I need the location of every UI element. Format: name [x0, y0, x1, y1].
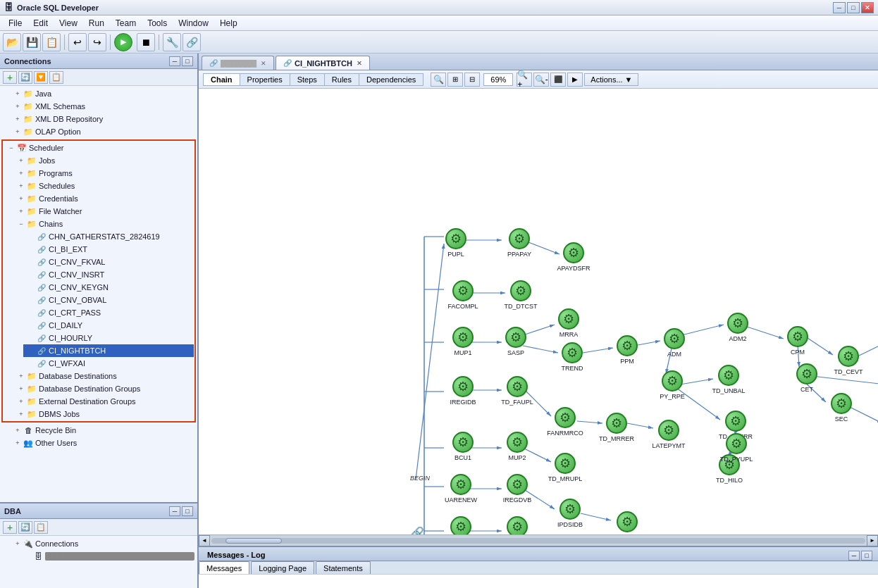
tree-item-ci-bi-ext[interactable]: 🔗 CI_BI_EXT: [23, 243, 194, 256]
scroll-track[interactable]: [211, 538, 865, 544]
node-mrra[interactable]: MRRA: [548, 308, 590, 338]
zoom-out-btn[interactable]: 🔍-: [533, 73, 549, 87]
tree-item-chn-gatherstats[interactable]: 🔗 CHN_GATHERSTATS_2824619: [23, 230, 194, 243]
messages-expand-btn[interactable]: □: [861, 551, 872, 561]
diagram-button-1[interactable]: ⊞: [447, 73, 463, 87]
node-facompl[interactable]: FACOMPL: [442, 280, 484, 310]
tree-item-credentials[interactable]: + 📁 Credentials: [13, 192, 194, 205]
tree-item-chains[interactable]: − 📁 Chains: [13, 218, 194, 230]
export-button[interactable]: 📋: [49, 71, 63, 84]
node-bcu2[interactable]: BCU2: [496, 516, 538, 534]
tree-item-ci-cnv-obval[interactable]: 🔗 CI_CNV_OBVAL: [23, 294, 194, 306]
chain-diagram[interactable]: BEGIN PUPL PPAPAY APAYDSFR: [199, 89, 878, 534]
messages-minimize-btn[interactable]: ─: [848, 551, 860, 561]
chain-tab-properties[interactable]: Properties: [240, 73, 290, 86]
horizontal-scrollbar[interactable]: ◄ ►: [199, 534, 878, 546]
refresh-button[interactable]: 🔄: [18, 71, 32, 84]
messages-tab-statements[interactable]: Statements: [316, 561, 371, 574]
tree-item-schedules[interactable]: + 📁 Schedules: [13, 180, 194, 192]
node-sasp[interactable]: SASP: [495, 327, 537, 356]
settings-button[interactable]: 🔧: [163, 33, 181, 51]
messages-tab-logging[interactable]: Logging Page: [251, 561, 314, 574]
node-adm2[interactable]: ADM2: [717, 313, 759, 342]
node-cet[interactable]: CET: [786, 363, 828, 393]
tree-item-ci-nightbtch[interactable]: 🔗 CI_NIGHTBTCH: [23, 344, 194, 357]
scroll-right-btn[interactable]: ►: [867, 535, 878, 546]
tab-close-icon[interactable]: ✕: [357, 60, 362, 67]
stop-button[interactable]: ⏹: [137, 33, 155, 51]
node-td-dtcst[interactable]: TD_DTCST: [500, 280, 542, 310]
menu-file[interactable]: File: [3, 17, 27, 30]
tab-ci-nightbtch[interactable]: 🔗 CI_NIGHTBTCH ✕: [276, 56, 370, 70]
tree-item-ci-cnv-keygn[interactable]: 🔗 CI_CNV_KEYGN: [23, 281, 194, 294]
undo-button[interactable]: ↩: [68, 33, 87, 51]
diagram-scroll[interactable]: BEGIN PUPL PPAPAY APAYDSFR: [199, 89, 878, 534]
zoom-in-button[interactable]: 🔍: [431, 73, 446, 87]
messages-tab-messages[interactable]: Messages: [199, 561, 249, 574]
node-apdl[interactable]: APDL: [440, 516, 482, 534]
zoom-in-btn[interactable]: 🔍+: [517, 73, 532, 87]
tab-close-icon[interactable]: ✕: [261, 60, 266, 67]
chain-tab-dependencies[interactable]: Dependencies: [359, 73, 423, 86]
tab-unnamed[interactable]: 🔗 ████████ ✕: [202, 56, 274, 70]
chain-tab-steps[interactable]: Steps: [290, 73, 324, 86]
panel-minimize-btn[interactable]: ─: [169, 56, 180, 66]
node-fanrmrco[interactable]: FANRMRCO: [544, 407, 586, 437]
tree-item-recycle-bin[interactable]: + 🗑 Recycle Bin: [10, 424, 197, 437]
redo-button[interactable]: ↪: [88, 33, 106, 51]
node-ipdsidb[interactable]: IPDSIDB: [549, 499, 591, 528]
node-cpm[interactable]: CPM: [777, 326, 819, 356]
node-adm[interactable]: ADM: [653, 328, 695, 358]
node-apaydsfr[interactable]: APAYDSFR: [552, 242, 595, 272]
scroll-thumb[interactable]: [225, 538, 282, 544]
tree-item-programs[interactable]: + 📁 Programs: [13, 167, 194, 180]
panel-expand-btn[interactable]: □: [182, 56, 193, 66]
dba-db-item[interactable]: 🗄 ████████: [20, 550, 197, 563]
diagram-button-2[interactable]: ⊟: [464, 73, 480, 87]
node-uarenew[interactable]: UARENEW: [440, 474, 482, 503]
menu-team[interactable]: Team: [110, 17, 142, 30]
node-mup1[interactable]: MUP1: [442, 327, 484, 356]
menu-help[interactable]: Help: [214, 17, 243, 30]
tree-item-ci-cnv-insrt[interactable]: 🔗 CI_CNV_INSRT: [23, 268, 194, 281]
tree-item-file-watcher[interactable]: + 📁 File Watcher: [13, 205, 194, 218]
filter-button[interactable]: 🔽: [34, 71, 48, 84]
run-button[interactable]: ▶: [114, 33, 132, 51]
tree-item-ci-crt-pass[interactable]: 🔗 CI_CRT_PASS: [23, 306, 194, 319]
dba-minimize-btn[interactable]: ─: [169, 506, 180, 516]
tree-item-db-destinations[interactable]: + 📁 Database Destinations: [13, 370, 194, 382]
node-td-mrupl[interactable]: TD_MRUPL: [544, 453, 586, 482]
open-button[interactable]: 📂: [3, 33, 21, 51]
dba-refresh-button[interactable]: 🔄: [18, 521, 32, 534]
node-ppapay[interactable]: PPAPAY: [498, 228, 540, 258]
dba-connections-item[interactable]: + 🔌 Connections: [10, 537, 197, 550]
tree-item-scheduler[interactable]: − 📅 Scheduler: [4, 142, 194, 154]
menu-view[interactable]: View: [54, 17, 83, 30]
zoom-input[interactable]: 69%: [483, 73, 513, 86]
close-button[interactable]: ✕: [861, 2, 874, 13]
dba-expand-btn[interactable]: □: [182, 506, 193, 516]
node-iregdvb[interactable]: IREGDVB: [496, 474, 538, 503]
fit-btn[interactable]: ⬛: [550, 73, 566, 87]
tree-item-jobs[interactable]: + 📁 Jobs: [13, 154, 194, 167]
menu-edit[interactable]: Edit: [27, 17, 54, 30]
dba-add-button[interactable]: +: [3, 521, 17, 534]
scroll-left-btn[interactable]: ◄: [199, 535, 210, 546]
actions-button[interactable]: Actions... ▼: [584, 73, 638, 86]
save-button[interactable]: 💾: [23, 33, 41, 51]
tree-item-java[interactable]: + 📁 Java: [10, 87, 197, 100]
node-mup2[interactable]: MUP2: [496, 432, 538, 461]
node-iregidb[interactable]: IREGIDB: [442, 376, 484, 406]
tree-item-ext-destination-groups[interactable]: + 📁 External Destination Groups: [13, 395, 194, 408]
node-ipdsdvb[interactable]: IPDSDVB: [606, 511, 648, 534]
menu-tools[interactable]: Tools: [142, 17, 173, 30]
tree-item-ci-daily[interactable]: 🔗 CI_DAILY: [23, 319, 194, 332]
node-pupl[interactable]: PUPL: [435, 228, 477, 258]
node-trend[interactable]: TREND: [551, 342, 593, 372]
node-td-faupl[interactable]: TD_FAUPL: [496, 376, 538, 406]
menu-window[interactable]: Window: [173, 17, 214, 30]
tree-item-ci-wfxai[interactable]: 🔗 CI_WFXAI: [23, 357, 194, 370]
node-ppm[interactable]: PPM: [606, 335, 648, 365]
node-latepymt[interactable]: LATEPYMT: [648, 420, 690, 449]
node-py-rpe[interactable]: PY_RPE: [651, 370, 693, 400]
